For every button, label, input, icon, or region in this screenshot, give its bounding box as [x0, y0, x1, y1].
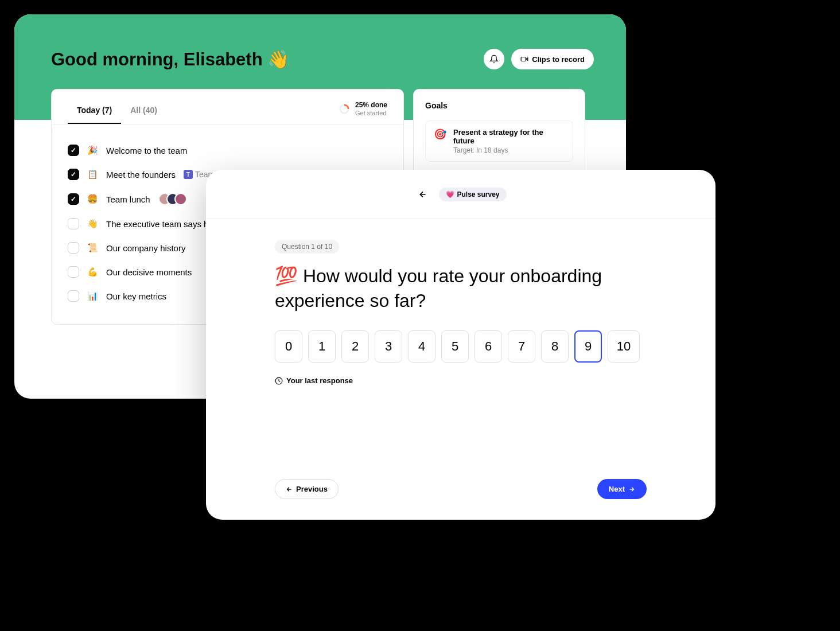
scale-option-1[interactable]: 1 — [308, 330, 336, 363]
task-emoji: 💪 — [87, 267, 98, 277]
scale-option-10[interactable]: 10 — [608, 330, 640, 363]
bell-icon — [489, 54, 499, 64]
scale-option-3[interactable]: 3 — [375, 330, 402, 363]
goals-heading: Goals — [425, 101, 573, 110]
rating-scale: 0 1 2 3 4 5 6 7 8 9 10 — [275, 330, 647, 363]
task-avatars — [158, 193, 187, 205]
scale-option-6[interactable]: 6 — [475, 330, 502, 363]
survey-window: 💗 Pulse survey Question 1 of 10 💯 How wo… — [206, 170, 715, 520]
task-emoji: 📊 — [87, 291, 98, 301]
progress-sub-text: Get started — [355, 110, 387, 117]
task-row[interactable]: 🎉 Welcome to the team — [68, 138, 387, 162]
greeting-text: Good morning, Elisabeth — [51, 49, 263, 70]
next-label: Next — [609, 485, 625, 493]
task-label: Welcome to the team — [106, 146, 187, 155]
goal-title: Present a strategy for the future — [453, 128, 565, 145]
previous-button[interactable]: Previous — [275, 479, 339, 499]
task-checkbox[interactable] — [68, 290, 79, 302]
task-label: Meet the founders — [106, 170, 176, 180]
scale-option-0[interactable]: 0 — [275, 330, 302, 363]
task-emoji: 📜 — [87, 243, 98, 253]
scale-option-2[interactable]: 2 — [341, 330, 369, 363]
video-icon — [520, 55, 528, 63]
task-label: Our company history — [106, 243, 185, 253]
progress-indicator[interactable]: 25% done Get started — [339, 101, 387, 123]
task-checkbox[interactable] — [68, 242, 79, 254]
svg-rect-0 — [521, 57, 526, 61]
task-checkbox[interactable] — [68, 266, 79, 278]
scale-option-9[interactable]: 9 — [574, 330, 602, 363]
target-icon: 🎯 — [434, 128, 446, 141]
task-emoji: 🎉 — [87, 145, 98, 155]
survey-badge: 💗 Pulse survey — [439, 188, 506, 201]
clips-label: Clips to record — [532, 55, 585, 64]
goal-item[interactable]: 🎯 Present a strategy for the future Targ… — [425, 120, 573, 162]
task-checkbox[interactable] — [68, 169, 79, 180]
task-label: Our key metrics — [106, 291, 166, 301]
tab-today[interactable]: Today (7) — [68, 100, 121, 124]
question-text: How would you rate your onboarding exper… — [275, 266, 602, 311]
scale-option-5[interactable]: 5 — [441, 330, 469, 363]
clips-to-record-button[interactable]: Clips to record — [511, 49, 594, 69]
progress-ring-icon — [339, 104, 349, 114]
survey-question: 💯 How would you rate your onboarding exp… — [275, 264, 647, 313]
task-emoji: 👋 — [87, 219, 98, 229]
last-response-text: Your last response — [286, 376, 353, 385]
clock-icon — [275, 377, 283, 385]
avatar — [174, 193, 187, 205]
teams-icon — [184, 170, 193, 179]
survey-header: 💗 Pulse survey — [206, 170, 715, 219]
task-label: Our decisive moments — [106, 267, 192, 277]
progress-done-text: 25% done — [355, 101, 387, 109]
task-emoji: 📋 — [87, 169, 98, 180]
goal-subtitle: Target: In 18 days — [453, 146, 565, 154]
last-response-link[interactable]: Your last response — [275, 376, 647, 385]
arrow-left-icon — [286, 486, 293, 493]
task-checkbox[interactable] — [68, 193, 79, 205]
task-emoji: 🍔 — [87, 194, 98, 204]
next-button[interactable]: Next — [597, 479, 647, 499]
previous-label: Previous — [296, 485, 328, 493]
heart-icon: 💗 — [446, 190, 454, 198]
notifications-button[interactable] — [484, 49, 504, 69]
tab-all[interactable]: All (40) — [121, 100, 166, 124]
scale-option-4[interactable]: 4 — [408, 330, 435, 363]
task-label: The executive team says hi — [106, 219, 211, 229]
task-label: Team lunch — [106, 194, 150, 204]
task-checkbox[interactable] — [68, 145, 79, 156]
scale-option-7[interactable]: 7 — [508, 330, 535, 363]
hundred-icon: 💯 — [275, 266, 298, 286]
question-counter: Question 1 of 10 — [275, 240, 339, 254]
task-checkbox[interactable] — [68, 218, 79, 229]
survey-badge-text: Pulse survey — [457, 190, 499, 198]
arrow-right-icon — [628, 486, 635, 493]
arrow-left-icon — [418, 190, 427, 199]
back-button[interactable] — [415, 186, 431, 202]
scale-option-8[interactable]: 8 — [541, 330, 569, 363]
wave-icon: 👋 — [267, 49, 290, 70]
